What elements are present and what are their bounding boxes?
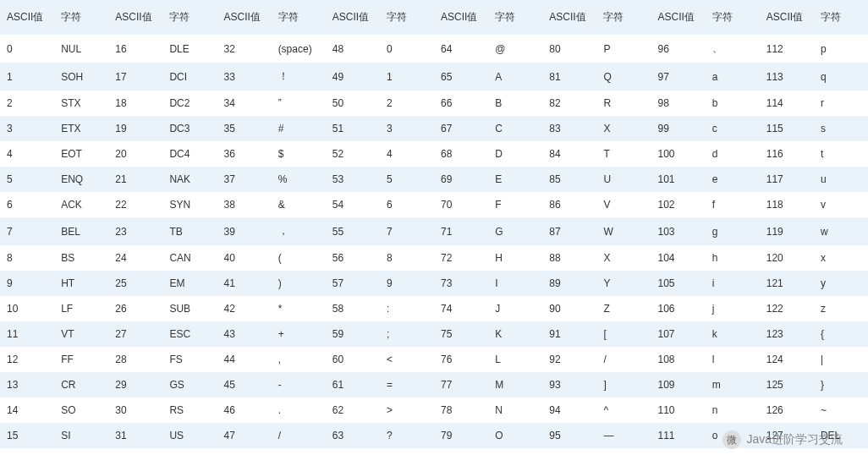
cell: j [706, 296, 760, 321]
col-header: 字符 [814, 0, 868, 35]
cell: 106 [651, 296, 706, 321]
cell: 114 [760, 90, 814, 116]
cell: t [814, 141, 868, 167]
table-row: 15SI31US47/63?79O95—111o127DEL [0, 423, 868, 448]
cell: 55 [326, 217, 380, 245]
cell: { [814, 321, 868, 347]
cell: . [272, 397, 326, 423]
cell: 18 [108, 90, 162, 116]
cell: 54 [326, 192, 380, 217]
cell: ; [380, 321, 434, 347]
cell: 5 [0, 167, 54, 192]
cell: 126 [760, 397, 814, 423]
cell: o [706, 423, 760, 448]
cell: ETX [54, 116, 108, 141]
cell: 2 [380, 90, 434, 116]
cell: 113 [760, 63, 814, 90]
cell: 118 [760, 192, 814, 217]
cell: DC4 [162, 141, 217, 167]
cell: 70 [434, 192, 488, 217]
cell: c [706, 116, 760, 141]
cell: P [596, 35, 651, 63]
cell: % [272, 167, 326, 192]
cell: J [488, 296, 542, 321]
cell: ！ [272, 63, 326, 90]
cell: 100 [651, 141, 706, 167]
table-row: 13CR29GS45-61=77M93]109m125} [0, 372, 868, 397]
cell: DCI [162, 63, 217, 90]
table-row: 1SOH17DCI33！49165A81Q97a113q [0, 63, 868, 90]
col-header: ASCII值 [760, 0, 814, 35]
cell: 59 [326, 321, 380, 347]
cell: 4 [0, 141, 54, 167]
cell: h [706, 245, 760, 271]
cell: u [814, 167, 868, 192]
cell: 41 [217, 271, 272, 296]
cell: 62 [326, 397, 380, 423]
cell: ^ [596, 397, 651, 423]
table-row: 0NUL16DLE32(space)48064@80P96、112p [0, 35, 868, 63]
cell: 25 [108, 271, 162, 296]
cell: 60 [326, 347, 380, 372]
col-header: ASCII值 [326, 0, 380, 35]
cell: = [380, 372, 434, 397]
cell: ? [380, 423, 434, 448]
cell: v [814, 192, 868, 217]
cell: 49 [326, 63, 380, 90]
cell: 21 [108, 167, 162, 192]
cell: 57 [326, 271, 380, 296]
cell: 127 [760, 423, 814, 448]
cell: 65 [434, 63, 488, 90]
cell: 53 [326, 167, 380, 192]
cell: 78 [434, 397, 488, 423]
cell: 79 [434, 423, 488, 448]
table-row: 8BS24CAN40(56872H88X104h120x [0, 245, 868, 271]
cell: 47 [217, 423, 272, 448]
cell: 8 [380, 245, 434, 271]
table-row: 10LF26SUB42*58:74J90Z106j122z [0, 296, 868, 321]
cell: 31 [108, 423, 162, 448]
cell: M [488, 372, 542, 397]
cell: * [272, 296, 326, 321]
cell: 77 [434, 372, 488, 397]
cell: 102 [651, 192, 706, 217]
cell: 0 [380, 35, 434, 63]
cell: $ [272, 141, 326, 167]
cell: & [272, 192, 326, 217]
cell: ESC [162, 321, 217, 347]
cell: 87 [542, 217, 596, 245]
cell: 2 [0, 90, 54, 116]
col-header: ASCII值 [651, 0, 706, 35]
cell: y [814, 271, 868, 296]
cell: ~ [814, 397, 868, 423]
cell: 99 [651, 116, 706, 141]
table-row: 6ACK22SYN38&54670F86V102f118v [0, 192, 868, 217]
cell: 50 [326, 90, 380, 116]
cell: n [706, 397, 760, 423]
cell: 45 [217, 372, 272, 397]
cell: s [814, 116, 868, 141]
cell: 34 [217, 90, 272, 116]
cell: DLE [162, 35, 217, 63]
cell: k [706, 321, 760, 347]
cell: 6 [380, 192, 434, 217]
cell: CAN [162, 245, 217, 271]
cell: 28 [108, 347, 162, 372]
cell: 90 [542, 296, 596, 321]
table-row: 4EOT20DC436$52468D84T100d116t [0, 141, 868, 167]
cell: 35 [217, 116, 272, 141]
table-row: 2STX18DC234”50266B82R98b114r [0, 90, 868, 116]
cell: 116 [760, 141, 814, 167]
table-row: 3ETX19DC335#51367C83X99c115s [0, 116, 868, 141]
cell: DC3 [162, 116, 217, 141]
cell: 9 [380, 271, 434, 296]
cell: # [272, 116, 326, 141]
cell: 29 [108, 372, 162, 397]
cell: 23 [108, 217, 162, 245]
cell: 74 [434, 296, 488, 321]
table-row: 14SO30RS46.62>78N94^110n126~ [0, 397, 868, 423]
cell: m [706, 372, 760, 397]
cell: f [706, 192, 760, 217]
cell: BEL [54, 217, 108, 245]
cell: 48 [326, 35, 380, 63]
